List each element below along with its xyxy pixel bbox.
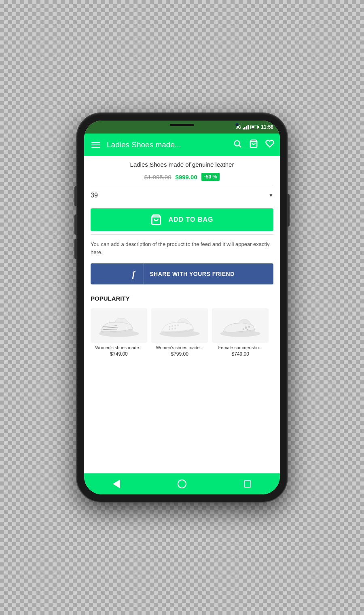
svg-point-17 (245, 326, 247, 329)
svg-point-19 (243, 328, 245, 330)
products-grid: Women's shoes made... $749.00 (91, 307, 273, 358)
recent-apps-icon (244, 480, 251, 488)
camera (235, 123, 239, 126)
product-card-3[interactable]: Female summer sho... $749.00 (212, 308, 269, 357)
speaker (170, 124, 194, 126)
time-display: 11:58 (261, 124, 273, 130)
phone-device: 3G 11:58 Ladies Shoes made... (77, 113, 287, 502)
product-price-1: $749.00 (110, 351, 127, 357)
svg-point-14 (171, 328, 173, 329)
share-label: SHARE WITH YOURS FRIEND (150, 271, 235, 277)
product-title: Ladies Shoes made of genuine leather (84, 156, 280, 170)
product-name-3: Female summer sho... (218, 345, 262, 350)
product-price-3: $749.00 (232, 351, 249, 357)
svg-point-9 (169, 326, 170, 327)
svg-point-0 (235, 141, 240, 146)
svg-point-11 (174, 325, 176, 327)
recent-apps-button[interactable] (236, 477, 259, 491)
shoe-illustration-3 (215, 314, 266, 338)
menu-button[interactable] (90, 140, 102, 149)
shoe-illustration-2 (154, 314, 205, 338)
facebook-icon: f (129, 263, 144, 284)
product-name-2: Women's shoes made... (156, 345, 203, 350)
product-price-2: $799.00 (171, 351, 188, 357)
original-price: $1,995.00 (144, 174, 171, 180)
bag-icon (150, 214, 162, 225)
dropdown-arrow-icon: ▼ (269, 193, 273, 198)
content-area: Ladies Shoes made of genuine leather $1,… (84, 156, 280, 473)
size-selector[interactable]: 39 ▼ (84, 186, 280, 205)
app-header: Ladies Shoes made... (84, 134, 280, 156)
home-icon (178, 479, 186, 488)
svg-point-12 (177, 324, 179, 326)
product-card-2[interactable]: Women's shoes made... $799.00 (151, 308, 208, 357)
cart-button[interactable] (249, 139, 258, 151)
product-name-1: Women's shoes made... (95, 345, 142, 350)
sale-price: $999.00 (176, 174, 197, 180)
product-card-1[interactable]: Women's shoes made... $749.00 (91, 308, 147, 357)
svg-point-20 (247, 329, 248, 330)
svg-point-13 (169, 328, 170, 330)
selected-size: 39 (91, 192, 98, 199)
divider-2 (91, 205, 273, 205)
popularity-title: POPULARITY (91, 295, 273, 302)
popularity-section: POPULARITY (84, 290, 280, 362)
discount-badge: -50 % (201, 173, 220, 181)
product-image-1 (91, 308, 147, 343)
signal-bars (243, 125, 249, 129)
svg-point-18 (248, 326, 250, 328)
add-to-bag-label: ADD TO BAG (168, 216, 213, 223)
price-row: $1,995.00 $999.00 -50 % (84, 170, 280, 186)
svg-point-15 (174, 327, 176, 329)
product-description: You can add a description of the product… (84, 235, 280, 262)
back-icon (113, 479, 120, 488)
bottom-navigation (84, 473, 280, 494)
wishlist-button[interactable] (265, 139, 274, 151)
status-bar: 3G 11:58 (84, 121, 280, 134)
search-button[interactable] (233, 139, 242, 151)
header-title: Ladies Shoes made... (107, 140, 233, 149)
product-image-3 (212, 308, 269, 343)
share-facebook-button[interactable]: f SHARE WITH YOURS FRIEND (91, 263, 273, 284)
battery-icon (250, 125, 258, 129)
svg-point-10 (171, 325, 173, 327)
shoe-illustration-1 (93, 314, 144, 338)
svg-line-1 (239, 145, 241, 147)
product-image-2 (151, 308, 208, 343)
add-to-bag-button[interactable]: ADD TO BAG (91, 208, 273, 231)
home-button[interactable] (169, 476, 195, 492)
back-button[interactable] (105, 476, 128, 492)
